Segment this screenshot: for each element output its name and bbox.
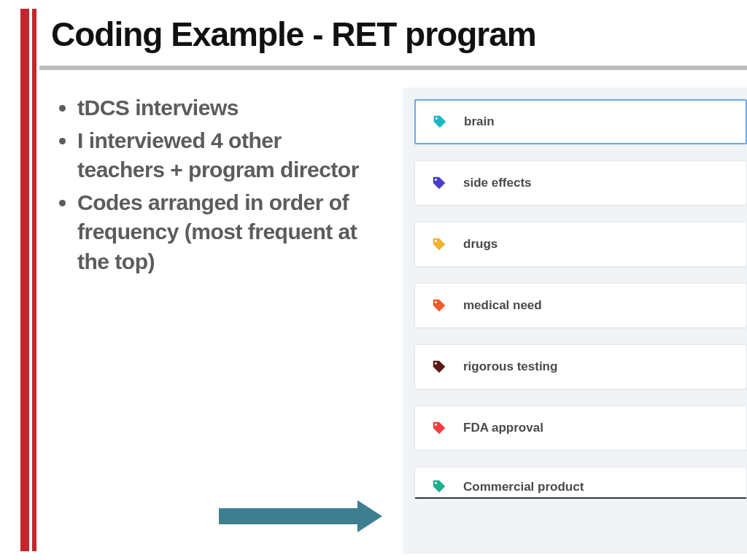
arrow-icon bbox=[219, 500, 387, 532]
svg-point-4 bbox=[435, 362, 437, 365]
accent-bar-1 bbox=[20, 9, 29, 551]
tag-label: FDA approval bbox=[463, 421, 543, 435]
bullet-item: Codes arranged in order of frequency (mo… bbox=[77, 188, 366, 277]
slide-title: Coding Example - RET program bbox=[51, 15, 536, 54]
bullet-list: tDCS interviews I interviewed 4 other te… bbox=[53, 93, 366, 279]
bullet-item: tDCS interviews bbox=[77, 93, 366, 123]
tag-icon bbox=[431, 359, 447, 375]
tag-card[interactable]: medical need bbox=[414, 283, 747, 328]
title-divider bbox=[39, 66, 747, 70]
tag-icon bbox=[431, 478, 447, 494]
tag-label: rigorous testing bbox=[463, 359, 557, 374]
tag-icon bbox=[431, 236, 447, 252]
tag-label: Commercial product bbox=[463, 480, 584, 494]
tag-label: medical need bbox=[463, 298, 542, 313]
tag-icon bbox=[431, 298, 447, 314]
accent-bar-2 bbox=[32, 9, 36, 551]
tag-icon bbox=[431, 175, 447, 191]
tags-panel: brain side effects drugs medical need ri… bbox=[403, 88, 747, 554]
tag-card[interactable]: side effects bbox=[414, 160, 747, 206]
tag-label: side effects bbox=[463, 176, 532, 190]
svg-point-6 bbox=[435, 482, 437, 484]
slide: Coding Example - RET program tDCS interv… bbox=[0, 0, 747, 560]
svg-point-3 bbox=[435, 301, 437, 303]
tag-card[interactable]: rigorous testing bbox=[414, 344, 747, 389]
tag-label: brain bbox=[464, 114, 495, 129]
bullet-item: I interviewed 4 other teachers + program… bbox=[77, 126, 366, 185]
svg-point-0 bbox=[436, 117, 438, 120]
tag-label: drugs bbox=[463, 237, 498, 252]
svg-point-2 bbox=[435, 240, 437, 242]
tag-card[interactable]: brain bbox=[414, 99, 747, 144]
tag-icon bbox=[432, 114, 448, 130]
tag-card[interactable]: Commercial product bbox=[414, 467, 747, 499]
svg-point-5 bbox=[435, 424, 437, 426]
svg-point-1 bbox=[435, 179, 437, 181]
tag-card[interactable]: FDA approval bbox=[414, 405, 747, 451]
tag-icon bbox=[431, 420, 447, 436]
tag-card[interactable]: drugs bbox=[414, 222, 747, 267]
